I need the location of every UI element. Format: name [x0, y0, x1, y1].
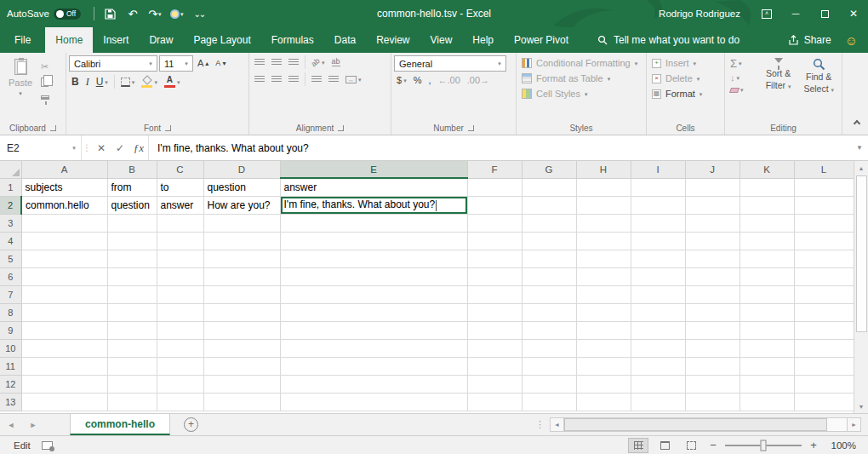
cell-K2[interactable] [740, 196, 794, 214]
horizontal-scrollbar[interactable]: ◄ ► [550, 417, 861, 432]
delete-cells-button[interactable]: ×Delete▾ [649, 71, 722, 86]
bold-button[interactable]: B [69, 76, 82, 88]
cell-E5[interactable] [280, 250, 467, 267]
collapse-ribbon-button[interactable] [854, 116, 859, 129]
row-header-9[interactable]: 9 [0, 321, 21, 339]
cell-J8[interactable] [685, 303, 740, 321]
maximize-button[interactable] [810, 0, 839, 27]
vertical-scroll-thumb[interactable] [856, 175, 867, 332]
view-normal-button[interactable] [628, 438, 648, 453]
tab-data[interactable]: Data [324, 27, 366, 53]
cell-D2[interactable]: How are you? [203, 196, 280, 214]
tab-formulas[interactable]: Formulas [261, 27, 324, 53]
cell-G12[interactable] [522, 375, 576, 393]
sheet-nav-next-button[interactable]: ► [22, 414, 44, 435]
cell-F11[interactable] [467, 357, 522, 375]
cell-I12[interactable] [631, 375, 685, 393]
cell-H6[interactable] [576, 267, 631, 285]
cell-I1[interactable] [631, 178, 685, 196]
cell-A4[interactable] [21, 232, 107, 250]
column-header-A[interactable]: A [21, 161, 107, 178]
cell-L12[interactable] [794, 375, 854, 393]
cell-F5[interactable] [467, 250, 522, 267]
cell-F7[interactable] [467, 285, 522, 303]
clear-button[interactable]: ▾ [728, 86, 758, 94]
share-button[interactable]: Share [788, 34, 831, 46]
pen-mode-button[interactable]: ▾ [167, 3, 187, 24]
cell-D4[interactable] [203, 232, 280, 250]
zoom-slider-thumb[interactable] [761, 440, 767, 451]
find-select-button[interactable]: Find & Select ▾ [798, 55, 839, 121]
cell-L10[interactable] [794, 339, 854, 357]
macro-record-button[interactable] [39, 440, 55, 451]
column-header-F[interactable]: F [467, 161, 522, 178]
cell-K9[interactable] [740, 321, 794, 339]
decrease-decimal-button[interactable]: .00→ [465, 75, 492, 86]
cell-E4[interactable] [280, 232, 467, 250]
cell-J3[interactable] [685, 214, 740, 232]
cell-A11[interactable] [21, 357, 107, 375]
enter-button[interactable]: ✓ [111, 135, 129, 160]
scroll-left-button[interactable]: ◄ [550, 417, 564, 432]
zoom-in-button[interactable]: + [808, 440, 819, 451]
tab-draw[interactable]: Draw [139, 27, 183, 53]
cell-I5[interactable] [631, 250, 685, 267]
view-page-break-button[interactable] [681, 438, 701, 453]
font-name-dropdown-arrow[interactable]: ▾ [145, 60, 157, 66]
row-header-10[interactable]: 10 [0, 339, 21, 357]
scroll-up-button[interactable]: ▲ [854, 161, 868, 175]
increase-indent-button[interactable] [326, 75, 341, 84]
cell-A6[interactable] [21, 267, 107, 285]
name-box[interactable]: E2 ▾ [0, 135, 82, 160]
cell-A13[interactable] [21, 393, 107, 411]
cell-K6[interactable] [740, 267, 794, 285]
cell-I9[interactable] [631, 321, 685, 339]
cell-B4[interactable] [107, 232, 157, 250]
cell-E9[interactable] [280, 321, 467, 339]
cell-I3[interactable] [631, 214, 685, 232]
cell-L1[interactable] [794, 178, 854, 196]
cell-C10[interactable] [157, 339, 203, 357]
cell-E11[interactable] [280, 357, 467, 375]
cell-E7[interactable] [280, 285, 467, 303]
cell-L6[interactable] [794, 267, 854, 285]
zoom-level[interactable]: 100% [825, 440, 856, 451]
cell-K3[interactable] [740, 214, 794, 232]
cell-L8[interactable] [794, 303, 854, 321]
cell-L13[interactable] [794, 393, 854, 411]
cell-F4[interactable] [467, 232, 522, 250]
cell-A10[interactable] [21, 339, 107, 357]
redo-button[interactable]: ↷▾ [145, 3, 165, 24]
cell-E2[interactable]: I'm fine, thanks. What about you? [280, 196, 467, 214]
number-dialog-launcher[interactable] [468, 125, 474, 131]
cell-H9[interactable] [576, 321, 631, 339]
column-header-J[interactable]: J [685, 161, 740, 178]
cell-I4[interactable] [631, 232, 685, 250]
cell-B9[interactable] [107, 321, 157, 339]
cell-I2[interactable] [631, 196, 685, 214]
ribbon-display-options-button[interactable]: ˄ [752, 0, 781, 27]
cell-G13[interactable] [522, 393, 576, 411]
cell-G6[interactable] [522, 267, 576, 285]
cell-C6[interactable] [157, 267, 203, 285]
tab-home[interactable]: Home [45, 27, 93, 53]
cell-F3[interactable] [467, 214, 522, 232]
increase-font-size-button[interactable]: A▴ [195, 58, 211, 69]
tab-insert[interactable]: Insert [93, 27, 139, 53]
new-sheet-button[interactable]: + [184, 417, 198, 432]
horizontal-scroll-thumb[interactable] [564, 418, 827, 431]
cell-C7[interactable] [157, 285, 203, 303]
cell-B10[interactable] [107, 339, 157, 357]
select-all-corner[interactable] [0, 161, 21, 178]
cell-F6[interactable] [467, 267, 522, 285]
copy-button[interactable]: ▾ [38, 75, 56, 89]
cell-C9[interactable] [157, 321, 203, 339]
cell-K12[interactable] [740, 375, 794, 393]
view-page-layout-button[interactable] [654, 438, 675, 453]
tab-power-pivot[interactable]: Power Pivot [504, 27, 579, 53]
cell-A7[interactable] [21, 285, 107, 303]
orientation-button[interactable]: ab▾ [309, 58, 328, 67]
insert-function-button[interactable]: ƒx [129, 135, 148, 160]
cell-A1[interactable]: subjects [21, 178, 107, 196]
cell-J9[interactable] [685, 321, 740, 339]
